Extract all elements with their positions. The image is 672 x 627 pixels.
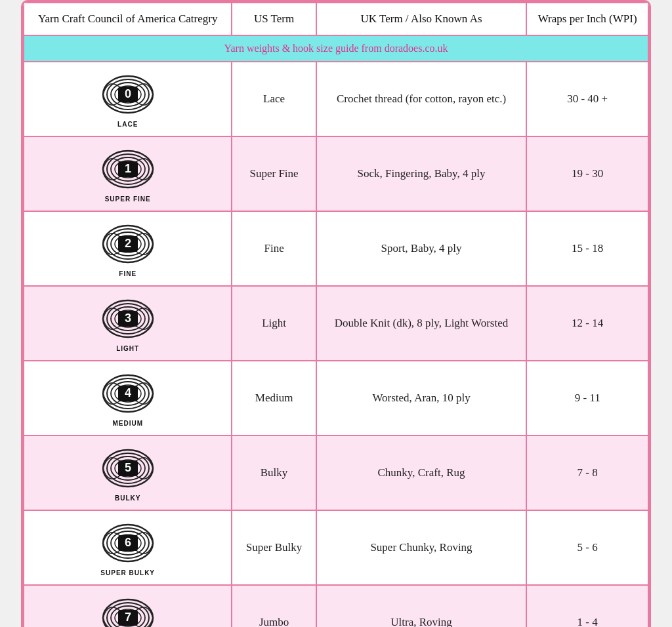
yarn-category-cell: 0 LACE <box>24 62 232 136</box>
table-row: 3 LIGHT LightDouble Knit (dk), 8 ply, Li… <box>24 286 648 361</box>
us-term-cell: Jumbo <box>232 585 316 627</box>
col-header-uk-term: UK Term / Also Known As <box>316 3 527 35</box>
svg-text:1: 1 <box>125 162 131 175</box>
wpi-cell: 9 - 11 <box>526 361 648 435</box>
yarn-category-cell: 4 MEDIUM <box>24 361 232 435</box>
uk-term-cell: Double Knit (dk), 8 ply, Light Worsted <box>316 286 527 361</box>
main-table-wrapper: Yarn Craft Council of America Catregry U… <box>21 0 651 627</box>
skein-image: 7 <box>98 594 158 627</box>
col-header-wpi: Wraps per Inch (WPI) <box>526 3 648 35</box>
yarn-icon: 6 SUPER BULKY <box>35 519 220 576</box>
skein-image: 0 <box>98 70 158 119</box>
wpi-cell: 12 - 14 <box>526 286 648 361</box>
svg-text:5: 5 <box>125 461 131 474</box>
uk-term-cell: Chunky, Craft, Rug <box>316 435 527 510</box>
skein-image: 1 <box>98 145 158 194</box>
uk-term-cell: Sport, Baby, 4 ply <box>316 211 527 286</box>
svg-text:0: 0 <box>125 87 131 100</box>
uk-term-cell: Sock, Fingering, Baby, 4 ply <box>316 136 527 211</box>
yarn-label: SUPER BULKY <box>100 569 155 576</box>
yarn-label: SUPER FINE <box>105 195 151 203</box>
yarn-category-cell: 2 FINE <box>24 211 232 286</box>
yarn-label: LACE <box>117 121 138 128</box>
svg-text:3: 3 <box>125 312 131 325</box>
skein-image: 6 <box>98 519 158 568</box>
svg-text:6: 6 <box>125 536 131 549</box>
table-row: 2 FINE FineSport, Baby, 4 ply15 - 18 <box>24 211 648 286</box>
us-term-cell: Lace <box>232 62 316 136</box>
yarn-label: LIGHT <box>116 345 139 352</box>
wpi-cell: 15 - 18 <box>526 211 648 286</box>
col-header-category: Yarn Craft Council of America Catregry <box>24 3 232 35</box>
yarn-label: BULKY <box>115 495 140 502</box>
uk-term-cell: Crochet thread (for cotton, rayon etc.) <box>316 62 527 136</box>
us-term-cell: Fine <box>232 211 316 286</box>
skein-image: 4 <box>98 369 158 418</box>
skein-image: 3 <box>98 294 158 344</box>
wpi-cell: 7 - 8 <box>526 435 648 510</box>
yarn-category-cell: 1 SUPER FINE <box>24 136 232 211</box>
uk-term-cell: Super Chunky, Roving <box>316 510 527 585</box>
table-row: 5 BULKY BulkyChunky, Craft, Rug7 - 8 <box>24 435 648 510</box>
uk-term-cell: Ultra, Roving <box>316 585 527 627</box>
skein-image: 5 <box>98 444 158 493</box>
yarn-icon: 4 MEDIUM <box>35 369 220 427</box>
table-row: 4 MEDIUM MediumWorsted, Aran, 10 ply9 - … <box>24 361 648 435</box>
subtitle-text: Yarn weights & hook size guide from dora… <box>24 35 648 62</box>
yarn-icon: 5 BULKY <box>35 444 220 502</box>
table-row: 0 LACE LaceCrochet thread (for cotton, r… <box>24 62 648 136</box>
svg-text:7: 7 <box>125 611 131 624</box>
wpi-cell: 19 - 30 <box>526 136 648 211</box>
yarn-category-cell: 3 LIGHT <box>24 286 232 361</box>
yarn-icon: 0 LACE <box>35 70 220 128</box>
skein-image: 2 <box>98 220 158 269</box>
us-term-cell: Super Fine <box>232 136 316 211</box>
table-row: 6 SUPER BULKY Super BulkySuper Chunky, R… <box>24 510 648 585</box>
yarn-label: MEDIUM <box>112 420 143 427</box>
yarn-category-cell: 5 BULKY <box>24 435 232 510</box>
yarn-icon: 2 FINE <box>35 220 220 277</box>
table-row: 1 SUPER FINE Super FineSock, Fingering, … <box>24 136 648 211</box>
yarn-category-cell: 6 SUPER BULKY <box>24 510 232 585</box>
wpi-cell: 5 - 6 <box>526 510 648 585</box>
svg-text:4: 4 <box>125 386 131 399</box>
us-term-cell: Light <box>232 286 316 361</box>
uk-term-cell: Worsted, Aran, 10 ply <box>316 361 527 435</box>
us-term-cell: Super Bulky <box>232 510 316 585</box>
yarn-icon: 1 SUPER FINE <box>35 145 220 203</box>
wpi-cell: 1 - 4 <box>526 585 648 627</box>
yarn-label: FINE <box>119 270 136 277</box>
col-header-us-term: US Term <box>232 3 316 35</box>
us-term-cell: Bulky <box>232 435 316 510</box>
yarn-icon: 3 LIGHT <box>35 294 220 352</box>
table-row: 7 JUMBO JumboUltra, Roving1 - 4 <box>24 585 648 627</box>
svg-text:2: 2 <box>125 237 131 250</box>
yarn-icon: 7 JUMBO <box>35 594 220 627</box>
wpi-cell: 30 - 40 + <box>526 62 648 136</box>
yarn-category-cell: 7 JUMBO <box>24 585 232 627</box>
us-term-cell: Medium <box>232 361 316 435</box>
